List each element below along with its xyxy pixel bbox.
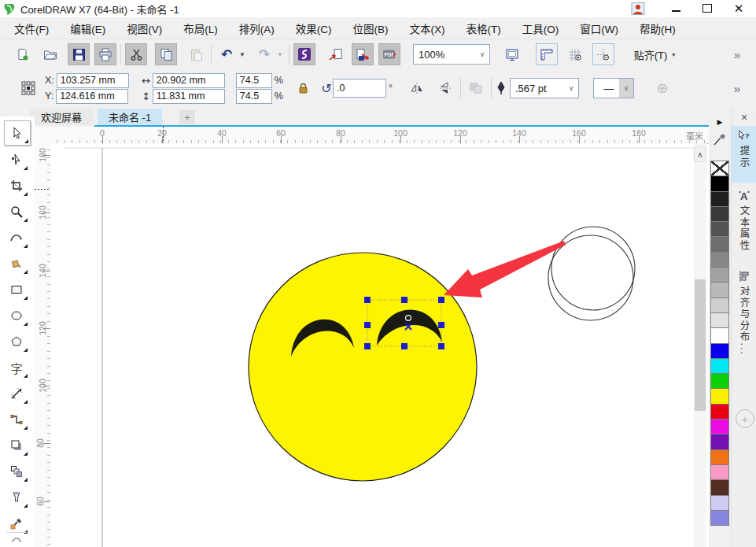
color-swatch[interactable]	[710, 176, 729, 191]
lock-ratio-button[interactable]	[295, 77, 312, 99]
menu-item[interactable]: 帮助(H)	[640, 20, 676, 36]
toolbar-overflow-button[interactable]: »	[723, 43, 750, 65]
canvas-vertical-scrollbar[interactable]: ∧	[694, 143, 706, 547]
color-swatch[interactable]	[710, 191, 729, 207]
parallel-dimension-tool[interactable]	[4, 382, 29, 405]
palette-eyedropper-icon[interactable]	[712, 131, 728, 147]
rectangle-tool[interactable]	[4, 278, 29, 301]
horizontal-ruler[interactable]: 0 20 40 60 80 100 120 140	[50, 127, 710, 144]
construction-circle-bottom[interactable]	[548, 235, 633, 320]
color-swatch[interactable]	[710, 358, 729, 374]
docker-tab-align-distribute[interactable]: 对齐与分布...	[732, 266, 756, 379]
color-swatch[interactable]	[710, 479, 729, 495]
cut-button[interactable]	[125, 43, 147, 65]
menu-item[interactable]: 表格(T)	[467, 20, 501, 36]
search-content-button[interactable]	[293, 43, 315, 65]
export-button[interactable]	[352, 43, 374, 65]
color-swatch[interactable]	[710, 343, 729, 359]
open-button[interactable]	[39, 43, 61, 65]
crop-tool[interactable]	[4, 174, 29, 198]
snap-to-button[interactable]: 贴齐(T) ▾	[625, 43, 684, 65]
smart-fill-tool[interactable]	[4, 252, 29, 275]
menu-item[interactable]: 编辑(E)	[70, 20, 105, 36]
menu-item[interactable]: 视图(V)	[127, 20, 162, 36]
save-button[interactable]	[68, 43, 90, 65]
show-grid-button[interactable]	[564, 43, 586, 65]
combine-button[interactable]	[465, 77, 487, 99]
blend-tool[interactable]	[4, 460, 29, 483]
color-swatch[interactable]	[710, 312, 729, 328]
color-swatch[interactable]	[710, 404, 729, 419]
color-swatch[interactable]	[710, 327, 729, 343]
transparency-tool[interactable]	[4, 486, 29, 509]
text-tool[interactable]: 字	[4, 356, 29, 379]
scrollbar-up-button[interactable]: ∧	[694, 146, 706, 162]
zoom-tool[interactable]	[4, 200, 29, 224]
drop-shadow-tool[interactable]	[4, 434, 29, 457]
scrollbar-thumb[interactable]	[695, 279, 706, 411]
ellipse-tool[interactable]	[4, 304, 29, 327]
menu-item[interactable]: 效果(C)	[296, 20, 332, 36]
color-swatch[interactable]	[710, 495, 729, 511]
show-guidelines-button[interactable]	[592, 43, 614, 65]
object-height-field[interactable]: 11.831 mm	[153, 89, 225, 104]
menu-item[interactable]: 布局(L)	[183, 20, 218, 36]
rotation-angle-field[interactable]: .0	[333, 79, 386, 98]
menu-item[interactable]: 工具(O)	[522, 20, 559, 36]
import-button[interactable]	[325, 43, 347, 65]
ruler-corner[interactable]	[35, 127, 51, 144]
color-swatch[interactable]	[710, 449, 729, 465]
color-swatch[interactable]	[710, 252, 729, 268]
show-rulers-button[interactable]	[536, 43, 558, 65]
color-swatch[interactable]	[710, 206, 729, 222]
drawing-canvas[interactable]	[50, 143, 694, 547]
polygon-tool[interactable]	[4, 330, 29, 353]
maximize-button[interactable]	[694, 0, 721, 17]
close-button[interactable]: ✕	[725, 0, 752, 17]
docker-tab-hints[interactable]: ? 提示	[732, 126, 756, 183]
redo-dropdown-caret[interactable]: ▼	[275, 43, 285, 65]
menu-item[interactable]: 文本(X)	[410, 20, 445, 36]
freehand-tool[interactable]	[4, 226, 29, 249]
color-swatch[interactable]	[710, 419, 729, 434]
mirror-horizontal-button[interactable]	[406, 77, 428, 99]
zoom-level-combo[interactable]: 100% ∨	[413, 44, 490, 65]
menu-item[interactable]: 文件(F)	[14, 20, 49, 36]
construction-circle-top[interactable]	[551, 227, 635, 310]
color-swatch[interactable]	[710, 298, 729, 313]
color-swatch[interactable]	[710, 464, 729, 480]
color-swatch[interactable]	[710, 388, 729, 404]
docker-add-button[interactable]: +	[736, 409, 754, 428]
color-swatch[interactable]	[710, 267, 729, 283]
color-swatch[interactable]	[710, 373, 729, 389]
color-swatch[interactable]	[710, 510, 729, 526]
interactive-fill-tool[interactable]	[4, 537, 29, 547]
scale-vertical-field[interactable]: 74.5	[236, 89, 272, 104]
print-button[interactable]	[94, 43, 116, 65]
color-swatch[interactable]	[710, 282, 729, 298]
pick-tool[interactable]	[4, 120, 31, 146]
color-swatch[interactable]	[710, 221, 729, 237]
vertical-ruler[interactable]: 180 160 140 120 100 80 60	[35, 143, 51, 547]
outline-width-combo[interactable]: .567 pt ∨	[510, 78, 579, 98]
undo-dropdown-caret[interactable]: ▼	[238, 43, 247, 65]
menu-item[interactable]: 窗口(W)	[580, 20, 618, 36]
tab-untitled-document[interactable]: 未命名 -1	[98, 109, 162, 125]
add-properties-button[interactable]: ⊕	[651, 77, 673, 99]
new-document-button[interactable]	[11, 43, 33, 65]
scale-horizontal-field[interactable]: 74.5	[236, 73, 272, 88]
fullscreen-preview-button[interactable]	[501, 43, 523, 65]
propbar-overflow-button[interactable]: »	[723, 77, 750, 99]
minimize-button[interactable]	[662, 0, 689, 17]
paste-button[interactable]	[185, 43, 207, 65]
menu-item[interactable]: 位图(B)	[353, 20, 389, 36]
object-width-field[interactable]: 20.902 mm	[153, 73, 225, 88]
redo-button[interactable]: ↷	[253, 43, 275, 65]
palette-flyout-button[interactable]: ▶	[713, 116, 727, 128]
menu-item[interactable]: 排列(A)	[239, 20, 275, 36]
docker-tab-text-properties[interactable]: A 文本属性	[732, 186, 756, 261]
tab-welcome-screen[interactable]: 欢迎屏幕	[30, 109, 93, 125]
account-avatar-button[interactable]	[628, 0, 648, 17]
line-style-combo[interactable]: — ∨	[593, 78, 634, 98]
straight-line-connector-tool[interactable]	[4, 408, 29, 431]
